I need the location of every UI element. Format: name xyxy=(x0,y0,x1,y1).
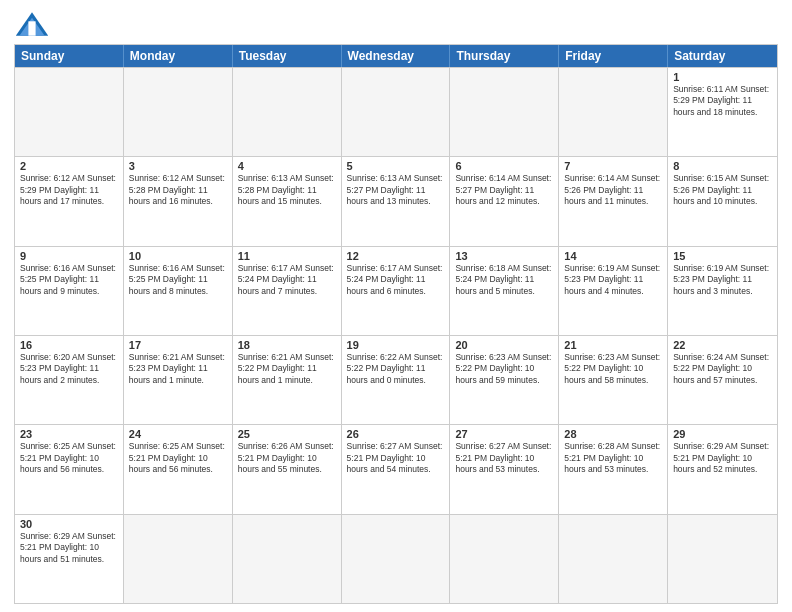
calendar-cell: 18Sunrise: 6:21 AM Sunset: 5:22 PM Dayli… xyxy=(233,336,342,424)
day-number: 7 xyxy=(564,160,662,172)
day-number: 17 xyxy=(129,339,227,351)
day-number: 14 xyxy=(564,250,662,262)
day-info: Sunrise: 6:12 AM Sunset: 5:28 PM Dayligh… xyxy=(129,173,227,207)
calendar-cell xyxy=(124,515,233,603)
calendar-cell: 11Sunrise: 6:17 AM Sunset: 5:24 PM Dayli… xyxy=(233,247,342,335)
calendar-cell: 25Sunrise: 6:26 AM Sunset: 5:21 PM Dayli… xyxy=(233,425,342,513)
calendar-cell: 2Sunrise: 6:12 AM Sunset: 5:29 PM Daylig… xyxy=(15,157,124,245)
calendar-cell xyxy=(668,515,777,603)
day-number: 1 xyxy=(673,71,772,83)
day-info: Sunrise: 6:18 AM Sunset: 5:24 PM Dayligh… xyxy=(455,263,553,297)
day-number: 6 xyxy=(455,160,553,172)
calendar-cell: 1Sunrise: 6:11 AM Sunset: 5:29 PM Daylig… xyxy=(668,68,777,156)
header xyxy=(14,10,778,38)
day-number: 23 xyxy=(20,428,118,440)
day-info: Sunrise: 6:11 AM Sunset: 5:29 PM Dayligh… xyxy=(673,84,772,118)
calendar-row: 30Sunrise: 6:29 AM Sunset: 5:21 PM Dayli… xyxy=(15,514,777,603)
day-info: Sunrise: 6:23 AM Sunset: 5:22 PM Dayligh… xyxy=(455,352,553,386)
day-number: 5 xyxy=(347,160,445,172)
calendar-cell: 6Sunrise: 6:14 AM Sunset: 5:27 PM Daylig… xyxy=(450,157,559,245)
day-number: 19 xyxy=(347,339,445,351)
day-number: 2 xyxy=(20,160,118,172)
calendar: SundayMondayTuesdayWednesdayThursdayFrid… xyxy=(14,44,778,604)
day-info: Sunrise: 6:15 AM Sunset: 5:26 PM Dayligh… xyxy=(673,173,772,207)
day-info: Sunrise: 6:28 AM Sunset: 5:21 PM Dayligh… xyxy=(564,441,662,475)
calendar-cell: 20Sunrise: 6:23 AM Sunset: 5:22 PM Dayli… xyxy=(450,336,559,424)
calendar-cell xyxy=(450,515,559,603)
day-info: Sunrise: 6:21 AM Sunset: 5:22 PM Dayligh… xyxy=(238,352,336,386)
day-number: 22 xyxy=(673,339,772,351)
calendar-cell: 30Sunrise: 6:29 AM Sunset: 5:21 PM Dayli… xyxy=(15,515,124,603)
calendar-cell xyxy=(450,68,559,156)
day-info: Sunrise: 6:14 AM Sunset: 5:26 PM Dayligh… xyxy=(564,173,662,207)
calendar-row: 23Sunrise: 6:25 AM Sunset: 5:21 PM Dayli… xyxy=(15,424,777,513)
weekday-header: Friday xyxy=(559,45,668,67)
calendar-row: 9Sunrise: 6:16 AM Sunset: 5:25 PM Daylig… xyxy=(15,246,777,335)
calendar-cell: 5Sunrise: 6:13 AM Sunset: 5:27 PM Daylig… xyxy=(342,157,451,245)
day-info: Sunrise: 6:23 AM Sunset: 5:22 PM Dayligh… xyxy=(564,352,662,386)
day-number: 18 xyxy=(238,339,336,351)
calendar-cell: 23Sunrise: 6:25 AM Sunset: 5:21 PM Dayli… xyxy=(15,425,124,513)
weekday-header: Wednesday xyxy=(342,45,451,67)
calendar-cell: 19Sunrise: 6:22 AM Sunset: 5:22 PM Dayli… xyxy=(342,336,451,424)
calendar-cell xyxy=(342,68,451,156)
calendar-cell xyxy=(15,68,124,156)
calendar-cell: 14Sunrise: 6:19 AM Sunset: 5:23 PM Dayli… xyxy=(559,247,668,335)
calendar-cell xyxy=(559,515,668,603)
day-info: Sunrise: 6:12 AM Sunset: 5:29 PM Dayligh… xyxy=(20,173,118,207)
calendar-row: 16Sunrise: 6:20 AM Sunset: 5:23 PM Dayli… xyxy=(15,335,777,424)
day-info: Sunrise: 6:17 AM Sunset: 5:24 PM Dayligh… xyxy=(238,263,336,297)
calendar-cell: 15Sunrise: 6:19 AM Sunset: 5:23 PM Dayli… xyxy=(668,247,777,335)
calendar-cell xyxy=(559,68,668,156)
day-number: 26 xyxy=(347,428,445,440)
calendar-cell: 28Sunrise: 6:28 AM Sunset: 5:21 PM Dayli… xyxy=(559,425,668,513)
calendar-cell xyxy=(124,68,233,156)
svg-rect-2 xyxy=(28,21,35,35)
weekday-header: Tuesday xyxy=(233,45,342,67)
day-info: Sunrise: 6:21 AM Sunset: 5:23 PM Dayligh… xyxy=(129,352,227,386)
weekday-header: Thursday xyxy=(450,45,559,67)
day-info: Sunrise: 6:17 AM Sunset: 5:24 PM Dayligh… xyxy=(347,263,445,297)
day-number: 20 xyxy=(455,339,553,351)
day-info: Sunrise: 6:20 AM Sunset: 5:23 PM Dayligh… xyxy=(20,352,118,386)
day-number: 28 xyxy=(564,428,662,440)
day-number: 27 xyxy=(455,428,553,440)
day-info: Sunrise: 6:27 AM Sunset: 5:21 PM Dayligh… xyxy=(347,441,445,475)
calendar-row: 1Sunrise: 6:11 AM Sunset: 5:29 PM Daylig… xyxy=(15,67,777,156)
day-info: Sunrise: 6:13 AM Sunset: 5:28 PM Dayligh… xyxy=(238,173,336,207)
calendar-cell: 24Sunrise: 6:25 AM Sunset: 5:21 PM Dayli… xyxy=(124,425,233,513)
calendar-cell: 4Sunrise: 6:13 AM Sunset: 5:28 PM Daylig… xyxy=(233,157,342,245)
calendar-row: 2Sunrise: 6:12 AM Sunset: 5:29 PM Daylig… xyxy=(15,156,777,245)
weekday-header: Saturday xyxy=(668,45,777,67)
day-info: Sunrise: 6:29 AM Sunset: 5:21 PM Dayligh… xyxy=(20,531,118,565)
calendar-cell: 22Sunrise: 6:24 AM Sunset: 5:22 PM Dayli… xyxy=(668,336,777,424)
logo-icon xyxy=(14,10,50,38)
day-info: Sunrise: 6:27 AM Sunset: 5:21 PM Dayligh… xyxy=(455,441,553,475)
day-number: 9 xyxy=(20,250,118,262)
day-number: 30 xyxy=(20,518,118,530)
page: SundayMondayTuesdayWednesdayThursdayFrid… xyxy=(0,0,792,612)
day-number: 16 xyxy=(20,339,118,351)
day-info: Sunrise: 6:13 AM Sunset: 5:27 PM Dayligh… xyxy=(347,173,445,207)
calendar-cell: 27Sunrise: 6:27 AM Sunset: 5:21 PM Dayli… xyxy=(450,425,559,513)
calendar-cell xyxy=(233,68,342,156)
calendar-cell: 3Sunrise: 6:12 AM Sunset: 5:28 PM Daylig… xyxy=(124,157,233,245)
calendar-cell: 21Sunrise: 6:23 AM Sunset: 5:22 PM Dayli… xyxy=(559,336,668,424)
day-number: 24 xyxy=(129,428,227,440)
calendar-cell: 7Sunrise: 6:14 AM Sunset: 5:26 PM Daylig… xyxy=(559,157,668,245)
day-info: Sunrise: 6:25 AM Sunset: 5:21 PM Dayligh… xyxy=(20,441,118,475)
day-number: 21 xyxy=(564,339,662,351)
weekday-header: Sunday xyxy=(15,45,124,67)
calendar-cell: 16Sunrise: 6:20 AM Sunset: 5:23 PM Dayli… xyxy=(15,336,124,424)
logo xyxy=(14,10,54,38)
calendar-cell xyxy=(342,515,451,603)
calendar-cell: 13Sunrise: 6:18 AM Sunset: 5:24 PM Dayli… xyxy=(450,247,559,335)
calendar-cell: 17Sunrise: 6:21 AM Sunset: 5:23 PM Dayli… xyxy=(124,336,233,424)
calendar-cell: 9Sunrise: 6:16 AM Sunset: 5:25 PM Daylig… xyxy=(15,247,124,335)
weekday-header: Monday xyxy=(124,45,233,67)
calendar-cell: 29Sunrise: 6:29 AM Sunset: 5:21 PM Dayli… xyxy=(668,425,777,513)
day-info: Sunrise: 6:19 AM Sunset: 5:23 PM Dayligh… xyxy=(564,263,662,297)
calendar-cell: 10Sunrise: 6:16 AM Sunset: 5:25 PM Dayli… xyxy=(124,247,233,335)
day-info: Sunrise: 6:16 AM Sunset: 5:25 PM Dayligh… xyxy=(129,263,227,297)
day-info: Sunrise: 6:25 AM Sunset: 5:21 PM Dayligh… xyxy=(129,441,227,475)
